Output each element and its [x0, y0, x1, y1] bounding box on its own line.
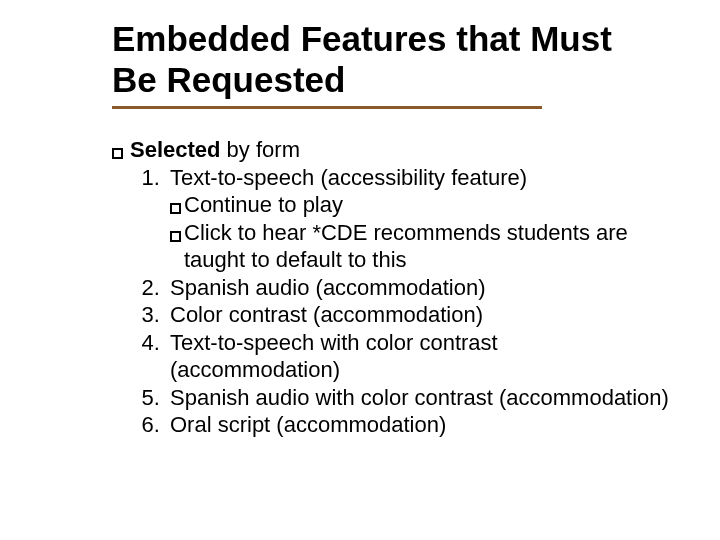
list-item-text: Color contrast (accommodation)	[170, 302, 483, 327]
list-item-text: Text-to-speech (accessibility feature)	[170, 165, 527, 190]
list-item-text: Spanish audio (accommodation)	[170, 275, 486, 300]
heading-rest: by form	[221, 137, 300, 162]
heading-bold: Selected	[130, 137, 221, 162]
list-item-text: Spanish audio with color contrast (accom…	[170, 385, 669, 410]
sub-item-text: Click to hear *CDE recommends students a…	[184, 219, 672, 274]
list-item: Text-to-speech with color contrast (acco…	[166, 329, 672, 384]
heading-text: Selected by form	[130, 136, 672, 164]
heading-row: Selected by form	[112, 136, 672, 164]
slide: Embedded Features that Must Be Requested…	[0, 0, 720, 540]
list-item-text: Text-to-speech with color contrast (acco…	[170, 330, 498, 383]
slide-title: Embedded Features that Must Be Requested	[112, 18, 672, 101]
title-line-2: Be Requested	[112, 60, 345, 99]
square-bullet-icon	[112, 148, 123, 159]
list-item-text: Oral script (accommodation)	[170, 412, 446, 437]
list-item: Oral script (accommodation)	[166, 411, 672, 439]
title-underline	[112, 106, 542, 109]
sub-item: Continue to play	[170, 191, 672, 219]
square-bullet-icon	[170, 231, 181, 242]
list-item: Spanish audio (accommodation)	[166, 274, 672, 302]
sub-item: Click to hear *CDE recommends students a…	[170, 219, 672, 274]
title-line-1: Embedded Features that Must	[112, 19, 612, 58]
sub-item-text: Continue to play	[184, 191, 672, 219]
slide-body: Selected by form Text-to-speech (accessi…	[112, 136, 672, 439]
square-bullet-icon	[170, 203, 181, 214]
numbered-list: Text-to-speech (accessibility feature) C…	[112, 164, 672, 439]
list-item: Text-to-speech (accessibility feature) C…	[166, 164, 672, 274]
list-item: Spanish audio with color contrast (accom…	[166, 384, 672, 412]
list-item: Color contrast (accommodation)	[166, 301, 672, 329]
